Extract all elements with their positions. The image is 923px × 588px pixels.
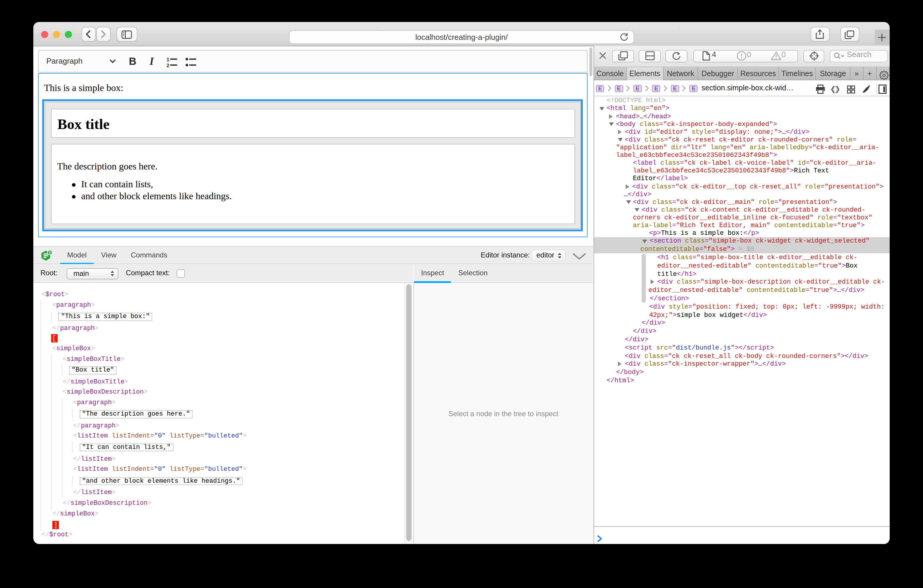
svg-text:1: 1 xyxy=(166,56,169,62)
svg-text:5: 5 xyxy=(49,250,51,254)
svg-text:2: 2 xyxy=(166,62,169,67)
